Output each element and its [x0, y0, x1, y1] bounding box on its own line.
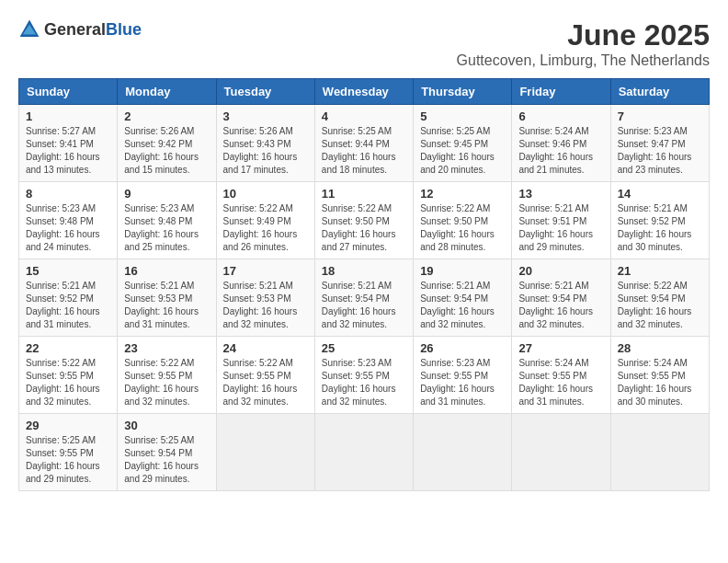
day-number: 13 — [518, 187, 603, 201]
day-number: 27 — [518, 341, 603, 355]
month-title: June 2025 — [457, 18, 710, 52]
day-number: 6 — [518, 109, 603, 123]
day-number: 1 — [26, 109, 110, 123]
weekday-header-thursday: Thursday — [414, 79, 512, 105]
day-info: Sunrise: 5:21 AM Sunset: 9:54 PM Dayligh… — [322, 280, 406, 331]
day-info: Sunrise: 5:21 AM Sunset: 9:54 PM Dayligh… — [518, 280, 603, 331]
day-number: 20 — [518, 264, 603, 278]
day-number: 4 — [322, 109, 406, 123]
calendar-cell: 3 Sunrise: 5:26 AM Sunset: 9:43 PM Dayli… — [216, 105, 314, 182]
day-number: 21 — [618, 264, 702, 278]
day-number: 9 — [124, 187, 209, 201]
calendar-cell — [314, 414, 413, 491]
calendar-cell: 21 Sunrise: 5:22 AM Sunset: 9:54 PM Dayl… — [610, 259, 709, 337]
weekday-header-tuesday: Tuesday — [216, 79, 314, 105]
day-number: 28 — [618, 341, 702, 355]
calendar-cell: 18 Sunrise: 5:21 AM Sunset: 9:54 PM Dayl… — [314, 259, 413, 337]
calendar-table: SundayMondayTuesdayWednesdayThursdayFrid… — [18, 78, 710, 491]
calendar-cell: 2 Sunrise: 5:26 AM Sunset: 9:42 PM Dayli… — [118, 105, 216, 182]
calendar-cell: 6 Sunrise: 5:24 AM Sunset: 9:46 PM Dayli… — [512, 105, 610, 182]
day-number: 29 — [26, 419, 110, 432]
calendar-cell: 1 Sunrise: 5:27 AM Sunset: 9:41 PM Dayli… — [19, 105, 118, 182]
day-info: Sunrise: 5:22 AM Sunset: 9:55 PM Dayligh… — [26, 357, 110, 408]
day-number: 22 — [26, 341, 110, 355]
day-number: 8 — [26, 187, 110, 201]
day-info: Sunrise: 5:23 AM Sunset: 9:55 PM Dayligh… — [322, 357, 406, 408]
day-info: Sunrise: 5:24 AM Sunset: 9:55 PM Dayligh… — [518, 357, 603, 408]
day-info: Sunrise: 5:23 AM Sunset: 9:47 PM Dayligh… — [618, 125, 702, 177]
day-number: 11 — [322, 187, 406, 201]
weekday-header-row: SundayMondayTuesdayWednesdayThursdayFrid… — [19, 79, 710, 105]
weekday-header-saturday: Saturday — [610, 79, 709, 105]
calendar-cell: 19 Sunrise: 5:21 AM Sunset: 9:54 PM Dayl… — [414, 259, 512, 337]
calendar-cell: 20 Sunrise: 5:21 AM Sunset: 9:54 PM Dayl… — [512, 259, 610, 337]
day-number: 24 — [223, 341, 308, 355]
calendar-cell: 26 Sunrise: 5:23 AM Sunset: 9:55 PM Dayl… — [414, 337, 512, 414]
day-info: Sunrise: 5:24 AM Sunset: 9:46 PM Dayligh… — [518, 125, 603, 177]
calendar-cell — [414, 414, 512, 491]
day-info: Sunrise: 5:27 AM Sunset: 9:41 PM Dayligh… — [26, 125, 110, 177]
day-number: 18 — [322, 264, 406, 278]
logo: GeneralBlue — [18, 18, 142, 40]
logo-icon — [18, 18, 40, 40]
day-info: Sunrise: 5:25 AM Sunset: 9:54 PM Dayligh… — [124, 434, 209, 486]
calendar-cell: 22 Sunrise: 5:22 AM Sunset: 9:55 PM Dayl… — [19, 337, 118, 414]
day-number: 10 — [223, 187, 308, 201]
calendar-cell — [512, 414, 610, 491]
day-number: 2 — [124, 109, 209, 123]
day-number: 25 — [322, 341, 406, 355]
day-info: Sunrise: 5:23 AM Sunset: 9:55 PM Dayligh… — [420, 357, 505, 408]
calendar-cell: 28 Sunrise: 5:24 AM Sunset: 9:55 PM Dayl… — [610, 337, 709, 414]
calendar-cell: 29 Sunrise: 5:25 AM Sunset: 9:55 PM Dayl… — [19, 414, 118, 491]
title-area: June 2025 Guttecoven, Limburg, The Nethe… — [457, 18, 710, 69]
day-info: Sunrise: 5:26 AM Sunset: 9:42 PM Dayligh… — [124, 125, 209, 177]
day-number: 7 — [618, 109, 702, 123]
calendar-cell: 8 Sunrise: 5:23 AM Sunset: 9:48 PM Dayli… — [19, 182, 118, 259]
calendar-cell: 27 Sunrise: 5:24 AM Sunset: 9:55 PM Dayl… — [512, 337, 610, 414]
day-info: Sunrise: 5:23 AM Sunset: 9:48 PM Dayligh… — [124, 202, 209, 254]
day-info: Sunrise: 5:25 AM Sunset: 9:45 PM Dayligh… — [420, 125, 505, 177]
calendar-cell: 12 Sunrise: 5:22 AM Sunset: 9:50 PM Dayl… — [414, 182, 512, 259]
calendar-cell: 11 Sunrise: 5:22 AM Sunset: 9:50 PM Dayl… — [314, 182, 413, 259]
calendar-cell: 4 Sunrise: 5:25 AM Sunset: 9:44 PM Dayli… — [314, 105, 413, 182]
weekday-header-wednesday: Wednesday — [314, 79, 413, 105]
day-number: 16 — [124, 264, 209, 278]
day-info: Sunrise: 5:21 AM Sunset: 9:51 PM Dayligh… — [518, 202, 603, 254]
day-number: 14 — [618, 187, 702, 201]
day-info: Sunrise: 5:22 AM Sunset: 9:50 PM Dayligh… — [420, 202, 505, 254]
day-info: Sunrise: 5:22 AM Sunset: 9:50 PM Dayligh… — [322, 202, 406, 254]
calendar-cell: 16 Sunrise: 5:21 AM Sunset: 9:53 PM Dayl… — [118, 259, 216, 337]
day-number: 3 — [223, 109, 308, 123]
day-info: Sunrise: 5:26 AM Sunset: 9:43 PM Dayligh… — [223, 125, 308, 177]
day-info: Sunrise: 5:25 AM Sunset: 9:55 PM Dayligh… — [26, 434, 110, 486]
day-info: Sunrise: 5:22 AM Sunset: 9:54 PM Dayligh… — [618, 280, 702, 331]
calendar-cell: 15 Sunrise: 5:21 AM Sunset: 9:52 PM Dayl… — [19, 259, 118, 337]
calendar-cell — [216, 414, 314, 491]
calendar-cell: 14 Sunrise: 5:21 AM Sunset: 9:52 PM Dayl… — [610, 182, 709, 259]
day-number: 5 — [420, 109, 505, 123]
day-number: 23 — [124, 341, 209, 355]
weekday-header-sunday: Sunday — [19, 79, 118, 105]
day-info: Sunrise: 5:22 AM Sunset: 9:49 PM Dayligh… — [223, 202, 308, 254]
page-header: GeneralBlue June 2025 Guttecoven, Limbur… — [18, 18, 710, 69]
calendar-cell: 10 Sunrise: 5:22 AM Sunset: 9:49 PM Dayl… — [216, 182, 314, 259]
day-info: Sunrise: 5:23 AM Sunset: 9:48 PM Dayligh… — [26, 202, 110, 254]
day-number: 30 — [124, 419, 209, 432]
day-number: 26 — [420, 341, 505, 355]
day-number: 19 — [420, 264, 505, 278]
day-number: 12 — [420, 187, 505, 201]
day-info: Sunrise: 5:21 AM Sunset: 9:53 PM Dayligh… — [223, 280, 308, 331]
calendar-cell: 5 Sunrise: 5:25 AM Sunset: 9:45 PM Dayli… — [414, 105, 512, 182]
location-title: Guttecoven, Limburg, The Netherlands — [457, 52, 710, 69]
weekday-header-friday: Friday — [512, 79, 610, 105]
calendar-cell: 24 Sunrise: 5:22 AM Sunset: 9:55 PM Dayl… — [216, 337, 314, 414]
day-info: Sunrise: 5:22 AM Sunset: 9:55 PM Dayligh… — [124, 357, 209, 408]
weekday-header-monday: Monday — [118, 79, 216, 105]
day-info: Sunrise: 5:21 AM Sunset: 9:52 PM Dayligh… — [26, 280, 110, 331]
calendar-cell: 13 Sunrise: 5:21 AM Sunset: 9:51 PM Dayl… — [512, 182, 610, 259]
calendar-cell: 25 Sunrise: 5:23 AM Sunset: 9:55 PM Dayl… — [314, 337, 413, 414]
calendar-cell: 9 Sunrise: 5:23 AM Sunset: 9:48 PM Dayli… — [118, 182, 216, 259]
day-info: Sunrise: 5:21 AM Sunset: 9:53 PM Dayligh… — [124, 280, 209, 331]
calendar-cell: 23 Sunrise: 5:22 AM Sunset: 9:55 PM Dayl… — [118, 337, 216, 414]
day-info: Sunrise: 5:21 AM Sunset: 9:52 PM Dayligh… — [618, 202, 702, 254]
